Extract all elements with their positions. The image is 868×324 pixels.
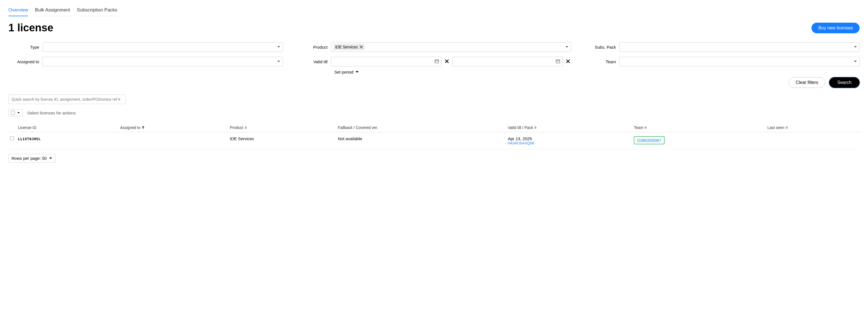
sort-icon [245, 126, 247, 129]
set-period-label: Set period [334, 70, 353, 74]
filter-type: Type [8, 42, 283, 52]
product-tag-label: IDE Services [335, 45, 358, 49]
filter-actions: Clear filters Search [8, 77, 860, 88]
chevron-down-icon [565, 46, 568, 48]
calendar-icon [435, 59, 439, 64]
chevron-down-icon [355, 71, 359, 73]
rows-per-page-label: Rows per page: 50 [11, 156, 47, 161]
set-period-dropdown[interactable]: Set period [297, 70, 571, 74]
filter-product-label: Product [297, 45, 328, 50]
tag-remove-icon[interactable] [360, 45, 363, 49]
filter-product: Product IDE Services [297, 42, 571, 52]
cell-team-badge[interactable]: D380200087 [634, 136, 664, 144]
tab-overview[interactable]: Overview [8, 6, 28, 16]
th-team[interactable]: Team [632, 123, 766, 132]
th-assigned-to[interactable]: Assigned to [118, 123, 228, 132]
sort-icon [644, 126, 647, 129]
tab-bulk-assignment[interactable]: Bulk Assignment [35, 6, 70, 16]
filter-valid-till: Valid till [297, 57, 571, 66]
tab-subscription-packs[interactable]: Subscription Packs [77, 6, 118, 16]
filter-subs-pack: Subs. Pack [585, 42, 860, 52]
cell-last-seen [766, 132, 860, 150]
clear-filters-button[interactable]: Clear filters [788, 77, 825, 88]
filter-type-select[interactable] [42, 42, 283, 52]
bulk-hint: Select licenses for actions [27, 110, 75, 115]
header-row: 1 license Buy new licenses [8, 22, 860, 34]
filter-team: Team [585, 57, 860, 66]
chevron-down-icon [277, 60, 280, 63]
row-checkbox[interactable] [10, 136, 14, 140]
filter-product-select[interactable]: IDE Services [331, 42, 571, 52]
bulk-checkbox[interactable] [11, 111, 15, 115]
th-last-seen[interactable]: Last seen [766, 123, 860, 132]
bulk-actions-row: Select licenses for actions [8, 109, 860, 117]
filter-team-select[interactable] [619, 57, 860, 66]
filter-assigned-select[interactable] [42, 57, 283, 66]
table-row: LL1XT0JH5L IDE Services Not available Ap… [8, 132, 860, 150]
cell-fallback: Not available [336, 132, 506, 150]
calendar-icon [556, 59, 560, 64]
sort-icon [534, 126, 537, 129]
th-valid[interactable]: Valid till / Pack [506, 123, 632, 132]
date-to-clear-icon[interactable] [565, 58, 571, 65]
chevron-down-icon [854, 46, 857, 48]
date-from-clear-icon[interactable] [444, 58, 450, 65]
quick-search-input[interactable] [8, 95, 126, 104]
filter-team-label: Team [585, 59, 616, 64]
cell-pack-link[interactable]: 0424/USAXQS6 [508, 141, 630, 145]
licenses-table: License ID Assigned to Product Fallback … [8, 123, 860, 150]
chevron-down-icon [277, 46, 280, 48]
filter-subs-label: Subs. Pack [585, 45, 616, 50]
filter-valid-label: Valid till [297, 59, 328, 64]
cell-assigned-to [118, 132, 228, 150]
cell-valid-date: Apr 13, 2025 [508, 136, 630, 141]
th-license-id[interactable]: License ID [16, 123, 118, 132]
filters-grid: Type Product IDE Services Subs. Pack [8, 42, 860, 74]
cell-product: IDE Services [228, 132, 336, 150]
product-tag: IDE Services [334, 44, 365, 50]
buy-new-licenses-button[interactable]: Buy new licenses [811, 23, 860, 33]
sort-icon [785, 126, 788, 129]
cell-license-id: LL1XT0JH5L [18, 137, 40, 141]
tab-bar: Overview Bulk Assignment Subscription Pa… [8, 6, 860, 16]
th-product[interactable]: Product [228, 123, 336, 132]
date-to-input[interactable] [452, 57, 563, 66]
filter-type-label: Type [8, 45, 39, 50]
bulk-select-dropdown[interactable] [8, 109, 23, 117]
date-from-input[interactable] [331, 57, 441, 66]
arrow-up-icon [142, 126, 145, 129]
th-fallback: Fallback / Covered ver. [336, 123, 506, 132]
chevron-down-icon [854, 60, 857, 63]
svg-rect-8 [556, 60, 560, 63]
svg-rect-2 [435, 60, 439, 63]
filter-assigned-label: Assigned to [8, 59, 39, 64]
search-button[interactable]: Search [829, 77, 860, 88]
filter-assigned-to: Assigned to [8, 57, 283, 66]
filter-subs-select[interactable] [619, 42, 860, 52]
rows-per-page-select[interactable]: Rows per page: 50 [8, 154, 55, 163]
page-title: 1 license [8, 22, 54, 34]
